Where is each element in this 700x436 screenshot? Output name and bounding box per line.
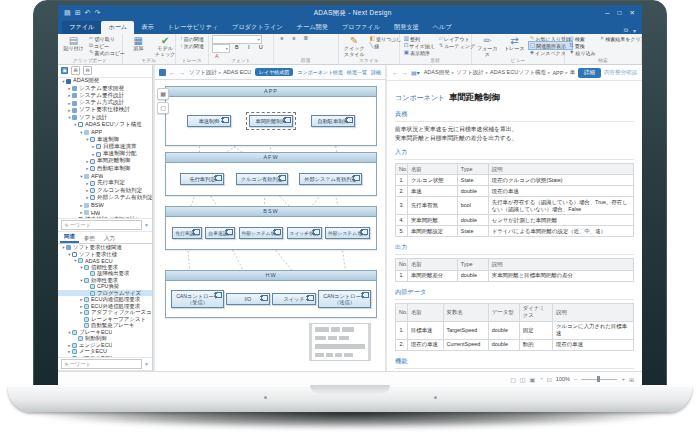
component-block[interactable]: CANコントローラ （送信） xyxy=(318,290,371,309)
ribbon-button[interactable]: ✏ フォーカス xyxy=(475,35,500,57)
ribbon-button[interactable]: B xyxy=(232,44,242,51)
component-block[interactable]: 車間距離制御 xyxy=(249,115,293,128)
ribbon-button[interactable]: ✎ クイック スタイル xyxy=(342,35,367,57)
ribbon-button[interactable]: ⇄ トレース xyxy=(502,35,527,57)
ribbon-button[interactable] xyxy=(212,44,230,53)
table-row[interactable]: 2. 現在の車速 CurrentSpeed double 動的 現在の車速 xyxy=(396,339,634,350)
back-icon[interactable]: ← xyxy=(169,69,176,76)
tree-item[interactable]: ▸ 外部システム有効判定 xyxy=(58,194,152,201)
ribbon-button[interactable]: ▥ 整列 xyxy=(403,35,436,42)
ribbon-tab[interactable]: トレーサビリティ xyxy=(161,21,226,34)
view-split-icon[interactable]: ◫ xyxy=(520,376,526,383)
ribbon-button[interactable]: U xyxy=(256,44,266,51)
detail-view-button[interactable]: 詳細 xyxy=(578,68,601,78)
forward-icon[interactable]: → xyxy=(179,69,186,76)
ribbon-tab[interactable]: プロダクトライン xyxy=(225,21,290,34)
table-row[interactable]: 2. 車速 double 現在の車速 xyxy=(396,186,634,197)
zoom-slider[interactable] xyxy=(581,379,617,380)
save-icon[interactable]: ▤ xyxy=(64,5,71,21)
ribbon-tab[interactable]: 表示 xyxy=(134,21,160,34)
component-block[interactable]: クルコン有効判定 xyxy=(236,173,288,186)
breadcrumb-item[interactable]: ソフト設計 xyxy=(189,69,217,76)
breadcrumb-item[interactable]: ADAS ECUソフト構造 xyxy=(490,69,546,76)
filter-icon[interactable]: ▼ xyxy=(144,222,149,228)
component-block[interactable]: 先行車認識 xyxy=(172,227,202,240)
zoom-in-icon[interactable]: + xyxy=(621,376,625,382)
minimize-button[interactable]: ─ xyxy=(605,9,610,17)
diagram-canvas[interactable]: ▦ ▢ APP 車速制御 車間距離制御 自動駐車制御 AFW 先行車判定 クルコ… xyxy=(155,80,385,371)
component-block[interactable]: 先行車判定 xyxy=(180,173,224,186)
component-block[interactable]: CANコントローラ （受信） xyxy=(171,290,224,309)
diagram-panel-icon[interactable] xyxy=(159,69,166,76)
table-row[interactable]: 5. 車間距離設定 State ドライバによる車間距離の設定（近、中、遠） xyxy=(396,226,634,237)
maximize-button[interactable]: □ xyxy=(618,9,622,17)
ribbon-button[interactable]: ◧ 塗りつぶし xyxy=(369,35,403,42)
view-grid-icon[interactable]: ▣ xyxy=(530,376,536,383)
ribbon-button[interactable]: ⊡ サイズ揃え xyxy=(403,42,436,49)
ribbon-button[interactable]: ⧉ コピー xyxy=(88,42,126,49)
detail-forward-icon[interactable]: → xyxy=(402,69,409,76)
detach-icon[interactable]: ⊡ xyxy=(547,376,552,383)
ribbon-button[interactable]: ⇅ 置換 xyxy=(568,42,597,49)
component-block[interactable]: 自車速認識 xyxy=(205,227,235,240)
table-row[interactable]: 1. 車間距離差分 double 実車間距離と目標車間距離の差分 xyxy=(396,270,634,281)
overview-icon[interactable]: ▢ xyxy=(157,102,169,114)
layer-container[interactable]: HW CANコントローラ （受信） I/O スイッチ CANコントローラ （送信… xyxy=(165,270,377,318)
save-all-icon[interactable]: ⊞ xyxy=(75,5,81,21)
breadcrumb-item[interactable]: ADAS ECUソフト構造 xyxy=(223,69,252,76)
component-block[interactable]: I/O xyxy=(226,293,270,306)
ribbon-button[interactable]: ▣ 表示順序 xyxy=(403,49,436,56)
ribbon-tab[interactable]: チーム開発 xyxy=(290,21,335,34)
close-button[interactable]: ✕ xyxy=(630,9,635,17)
tree-item[interactable]: ▸ BSW xyxy=(58,202,152,209)
history-icon[interactable]: ◔ xyxy=(539,376,543,382)
ribbon-button[interactable]: ▤ 貼り付け xyxy=(61,35,86,57)
table-row[interactable]: 4. 実車間距離 double センサが計測した車間距離 xyxy=(396,215,634,226)
tree-item[interactable]: ▸ 自動駐車制御 xyxy=(58,165,152,172)
component-block[interactable]: 外部システム有効判定 xyxy=(299,173,361,186)
component-block[interactable]: 外部システム通知 xyxy=(325,227,370,240)
ribbon-options-icon[interactable]: ▾ xyxy=(633,27,636,34)
ribbon-tab[interactable]: 開発支援 xyxy=(387,21,426,34)
fit-to-screen-icon[interactable]: ⊞ xyxy=(629,376,634,383)
expand-all-icon[interactable]: ⊞ xyxy=(71,66,80,75)
breadcrumb-item[interactable]: APP xyxy=(552,70,563,76)
diagram-view-tab[interactable]: 詳細 xyxy=(371,69,381,75)
ribbon-button[interactable]: ╲ 線 xyxy=(369,42,403,49)
layer-container[interactable]: AFW 先行車判定 クルコン有効判定 外部システム有効判定 xyxy=(165,152,377,196)
ribbon-tab[interactable]: プロファイル xyxy=(335,21,387,34)
layer-container[interactable]: APP 車速制御 車間距離制御 自動駐車制御 xyxy=(165,86,377,146)
ribbon-button[interactable]: ◎ 検索 xyxy=(568,35,597,42)
zoom-out-icon[interactable]: − xyxy=(574,376,578,382)
component-block[interactable]: スイッチ xyxy=(272,293,316,306)
ribbon-button[interactable]: ↓ 次の関連 xyxy=(179,42,205,49)
table-row[interactable]: 1. 目標車速 TargetSpeed double 固定 クルコンに入力された… xyxy=(396,321,634,339)
search-input[interactable]: キーワード xyxy=(61,220,142,230)
ribbon-button[interactable]: ✕ 検索結果をクリア xyxy=(599,35,642,42)
ribbon-tab[interactable]: ホーム xyxy=(101,21,134,34)
relation-search-input[interactable]: キーワード xyxy=(61,359,142,369)
view-single-icon[interactable]: ▢ xyxy=(510,376,516,383)
ribbon-button[interactable]: ↯ ルーティング xyxy=(438,42,476,49)
component-block[interactable]: 外部システム状態 xyxy=(239,227,284,240)
breadcrumb-item[interactable]: ADAS開発 xyxy=(424,69,450,76)
ribbon-button[interactable]: ≡ xyxy=(289,35,299,42)
relation-filter-icon[interactable]: ▼ xyxy=(144,361,149,367)
document-icon[interactable]: ▤▾ xyxy=(411,69,420,76)
ribbon-tab[interactable]: ファイル xyxy=(62,21,101,34)
table-row[interactable]: 1. クルコン状態 State 現在のクルコンの状態(State) xyxy=(396,175,634,186)
navigator-lower-tab[interactable]: 入力 xyxy=(100,234,119,243)
ribbon-button[interactable]: ▼ 絞り込み xyxy=(568,49,597,56)
ribbon-button[interactable]: ▦ 追加 xyxy=(126,35,151,57)
ribbon-button[interactable]: ▱ レイアウト xyxy=(438,35,476,42)
navigator-lower-tab[interactable]: 関連 xyxy=(60,232,79,243)
switch-view-icon[interactable]: ⧉ xyxy=(624,27,628,34)
breadcrumb-item[interactable]: ソフト設計 xyxy=(456,69,484,76)
tree-item[interactable]: ▾ ADAS ECUソフト構造 xyxy=(58,121,152,128)
detail-back-icon[interactable]: ← xyxy=(392,69,399,76)
diagram-view-tab[interactable]: レイヤ構成図 xyxy=(255,68,293,76)
ribbon-tab[interactable]: ヘルプ xyxy=(426,21,459,34)
ribbon-button[interactable]: ≣ xyxy=(301,35,311,42)
navigator-lower-tab[interactable]: 参照 xyxy=(80,234,99,243)
ribbon-button[interactable]: ↑ 前の関連 xyxy=(179,35,205,42)
